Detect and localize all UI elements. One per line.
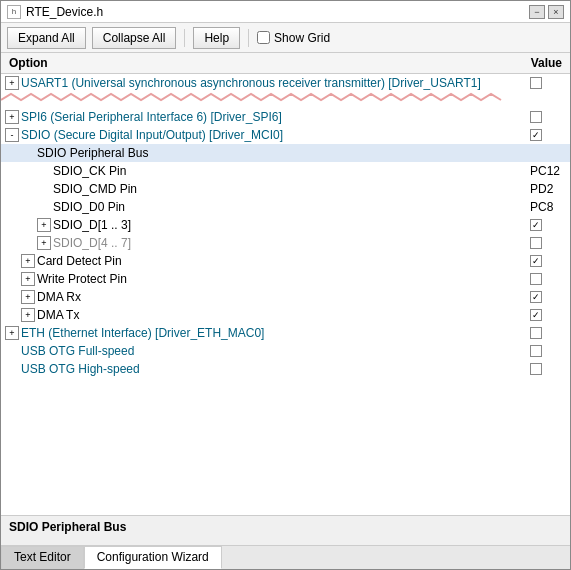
row-label: SDIO_CK Pin [53, 164, 526, 178]
row-checkbox[interactable] [530, 327, 542, 339]
tree-row[interactable]: SDIO_CK PinPC12 [1, 162, 570, 180]
file-icon: h [7, 5, 21, 19]
expand-icon[interactable]: + [21, 290, 35, 304]
row-label: SDIO_CMD Pin [53, 182, 526, 196]
toolbar: Expand All Collapse All Help Show Grid [1, 23, 570, 53]
tabs-bar: Text EditorConfiguration Wizard [1, 545, 570, 569]
expand-icon[interactable]: + [5, 326, 19, 340]
row-label: ETH (Ethernet Interface) [Driver_ETH_MAC… [21, 326, 526, 340]
row-label: USART1 (Universal synchronous asynchrono… [21, 76, 526, 90]
row-value: PC8 [526, 200, 566, 214]
row-label: DMA Rx [37, 290, 526, 304]
tree-row[interactable]: SDIO_CMD PinPD2 [1, 180, 570, 198]
main-window: h RTE_Device.h − × Expand All Collapse A… [0, 0, 571, 570]
window-title: RTE_Device.h [26, 5, 103, 19]
row-checkbox[interactable] [530, 291, 542, 303]
row-checkbox[interactable] [530, 309, 542, 321]
row-checkbox[interactable] [530, 237, 542, 249]
row-checkbox[interactable] [530, 111, 542, 123]
tree-row[interactable]: +SDIO_D[1 .. 3] [1, 216, 570, 234]
row-label: DMA Tx [37, 308, 526, 322]
expand-all-button[interactable]: Expand All [7, 27, 86, 49]
tree-row[interactable]: SDIO_D0 PinPC8 [1, 198, 570, 216]
row-checkbox[interactable] [530, 273, 542, 285]
zigzag-divider [1, 92, 570, 108]
tree-row[interactable]: USB OTG Full-speed [1, 342, 570, 360]
row-checkbox[interactable] [530, 129, 542, 141]
help-button[interactable]: Help [193, 27, 240, 49]
title-bar-left: h RTE_Device.h [7, 5, 103, 19]
toolbar-separator-2 [248, 29, 249, 47]
row-label: Write Protect Pin [37, 272, 526, 286]
tree-row[interactable]: +Write Protect Pin [1, 270, 570, 288]
show-grid-text: Show Grid [274, 31, 330, 45]
row-checkbox[interactable] [530, 363, 542, 375]
row-checkbox[interactable] [530, 219, 542, 231]
toolbar-separator [184, 29, 185, 47]
tree-row[interactable]: +SPI6 (Serial Peripheral Interface 6) [D… [1, 108, 570, 126]
row-label: Card Detect Pin [37, 254, 526, 268]
expand-icon[interactable]: + [5, 76, 19, 90]
tab-text-editor[interactable]: Text Editor [1, 546, 84, 569]
row-label: SDIO (Secure Digital Input/Output) [Driv… [21, 128, 526, 142]
row-checkbox[interactable] [530, 345, 542, 357]
show-grid-checkbox[interactable] [257, 31, 270, 44]
tree-row[interactable]: -SDIO (Secure Digital Input/Output) [Dri… [1, 126, 570, 144]
expand-icon[interactable]: + [21, 308, 35, 322]
row-value: PC12 [526, 164, 566, 178]
tree-area[interactable]: +USART1 (Universal synchronous asynchron… [1, 74, 570, 515]
close-button[interactable]: × [548, 5, 564, 19]
tree-row[interactable]: +USART1 (Universal synchronous asynchron… [1, 74, 570, 92]
show-grid-label[interactable]: Show Grid [257, 31, 330, 45]
expand-icon[interactable]: + [37, 218, 51, 232]
option-col-header: Option [9, 56, 48, 70]
row-checkbox[interactable] [530, 255, 542, 267]
row-label: USB OTG Full-speed [21, 344, 526, 358]
expand-icon[interactable]: + [21, 254, 35, 268]
tree-row[interactable]: +Card Detect Pin [1, 252, 570, 270]
tree-row[interactable]: +DMA Rx [1, 288, 570, 306]
content-area: Option Value +USART1 (Universal synchron… [1, 53, 570, 515]
expand-icon[interactable]: + [5, 110, 19, 124]
status-text: SDIO Peripheral Bus [9, 520, 126, 534]
collapse-all-button[interactable]: Collapse All [92, 27, 177, 49]
row-label: USB OTG High-speed [21, 362, 526, 376]
row-label: SDIO_D0 Pin [53, 200, 526, 214]
collapse-icon[interactable]: - [5, 128, 19, 142]
row-checkbox[interactable] [530, 77, 542, 89]
tree-row[interactable]: SDIO Peripheral Bus [1, 144, 570, 162]
tree-row[interactable]: +ETH (Ethernet Interface) [Driver_ETH_MA… [1, 324, 570, 342]
pin-button[interactable]: − [529, 5, 545, 19]
title-bar-controls: − × [529, 5, 564, 19]
expand-icon[interactable]: + [37, 236, 51, 250]
tab-configuration-wizard[interactable]: Configuration Wizard [84, 546, 222, 569]
expand-icon[interactable]: + [21, 272, 35, 286]
title-bar: h RTE_Device.h − × [1, 1, 570, 23]
value-col-header: Value [531, 56, 562, 70]
tree-row[interactable]: USB OTG High-speed [1, 360, 570, 378]
row-value: PD2 [526, 182, 566, 196]
column-headers: Option Value [1, 53, 570, 74]
tree-row[interactable]: +SDIO_D[4 .. 7] [1, 234, 570, 252]
row-label: SDIO_D[1 .. 3] [53, 218, 526, 232]
tree-row[interactable]: +DMA Tx [1, 306, 570, 324]
row-label: SDIO_D[4 .. 7] [53, 236, 526, 250]
row-label: SPI6 (Serial Peripheral Interface 6) [Dr… [21, 110, 526, 124]
status-bar: SDIO Peripheral Bus [1, 515, 570, 545]
row-label: SDIO Peripheral Bus [37, 146, 526, 160]
